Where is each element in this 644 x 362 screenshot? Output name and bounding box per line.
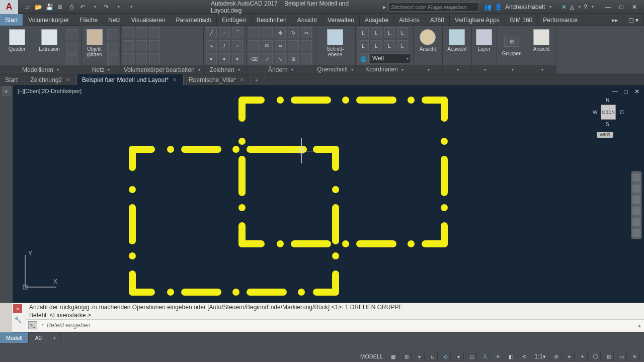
redo-drop-icon[interactable]: ▾ (115, 3, 123, 11)
command-expand-icon[interactable]: ▴ (638, 322, 641, 329)
command-input[interactable] (47, 322, 635, 329)
vp-menu-icon[interactable]: ≡ (2, 86, 11, 96)
mod-tool-icon[interactable] (301, 53, 312, 64)
undo-drop-icon[interactable]: ▾ (91, 3, 99, 11)
ucs-tool-icon[interactable]: L (397, 40, 408, 51)
new-icon[interactable]: ▱ (23, 3, 31, 11)
app-logo[interactable]: A (0, 0, 18, 14)
tab-bim360[interactable]: BIM 360 (505, 14, 538, 26)
auswahl-button[interactable]: Auswahl (445, 27, 468, 65)
status-clean-icon[interactable]: ▭ (617, 352, 627, 361)
netz-tool-2-icon[interactable] (107, 42, 118, 53)
tab-volumenkoerper[interactable]: Volumenkörper (23, 14, 74, 26)
command-close-icon[interactable]: × (13, 304, 22, 313)
command-settings-icon[interactable]: 🔧 (13, 315, 22, 324)
user-drop-icon[interactable]: ▾ (549, 5, 551, 9)
nav-showmotion-icon[interactable] (632, 218, 640, 226)
trim-icon[interactable]: ✂ (301, 27, 312, 38)
drawing-tab-beispiel[interactable]: Beispiel fuer Modell und Layout*× (77, 74, 184, 85)
tab-collapse-icon[interactable]: ▢ ▾ (623, 14, 644, 26)
status-menu-icon[interactable]: ≡ (630, 352, 640, 361)
array-icon[interactable]: ⊞ (288, 53, 299, 64)
mod-tool-icon[interactable] (249, 27, 260, 38)
ucs-tool-icon[interactable]: L (358, 40, 369, 51)
vk-tool-icon[interactable] (136, 27, 147, 38)
tab-more-icon[interactable]: ▸▸ (607, 14, 623, 26)
nav-pan-icon[interactable] (632, 185, 640, 193)
vk-tool-icon[interactable] (123, 40, 134, 51)
tab-visualisieren[interactable]: Visualisieren (126, 14, 171, 26)
mod-tool-icon[interactable] (262, 27, 273, 38)
ansicht-button[interactable]: Ansicht (416, 27, 439, 65)
redo-icon[interactable]: ↷ (102, 3, 110, 11)
extrusion-button[interactable]: Extrusion (34, 27, 64, 65)
status-ws-icon[interactable]: ⊞ (604, 352, 614, 361)
tab-a360[interactable]: A360 (425, 14, 450, 26)
quader-button[interactable]: Quader (2, 27, 32, 65)
tab-addins[interactable]: Add-ins (394, 14, 425, 26)
status-model-button[interactable]: MODELL (358, 352, 385, 361)
user-area[interactable]: 👥 👤 AndreasHabelt ▾ (479, 4, 556, 11)
viewport-label[interactable]: [–][Oben][2D-Drahtkörper] (16, 87, 83, 95)
netz-tool-1-icon[interactable] (107, 29, 118, 40)
nav-orbit-icon[interactable] (632, 207, 640, 215)
viewcube-face[interactable]: OBEN (601, 105, 616, 120)
minimize-button[interactable]: — (604, 3, 613, 12)
drawing-tab-zeichnung2[interactable]: Zeichnung2× (25, 74, 77, 85)
undo-icon[interactable]: ↶ (78, 3, 87, 11)
spline-icon[interactable]: ∿ (206, 40, 217, 51)
tab-netz[interactable]: Netz (103, 14, 126, 26)
qat-more-icon[interactable]: ▾ (127, 3, 135, 11)
command-prompt-icon[interactable]: >_ (28, 321, 37, 329)
vk-tool-icon[interactable] (123, 27, 134, 38)
status-osnap-icon[interactable]: ◻ (467, 352, 477, 361)
circle-icon[interactable]: ○ (232, 40, 243, 51)
share-icon[interactable]: 👥 (484, 4, 492, 11)
tab-flaeche[interactable]: Fläche (74, 14, 103, 26)
tab-apps[interactable]: Verfügbare Apps (450, 14, 505, 26)
draw-tool-icon[interactable]: ▾ (206, 53, 217, 64)
tab-verwalten[interactable]: Verwalten (323, 14, 360, 26)
vk-tool-icon[interactable] (149, 53, 160, 64)
copy-icon[interactable]: ⧉ (262, 40, 273, 51)
maximize-button[interactable]: □ (617, 3, 626, 12)
viewcube-wks[interactable]: WKS (597, 132, 613, 138)
ucs-combo[interactable]: Welt▾ (370, 53, 411, 63)
a360-icon[interactable]: ◬ (570, 4, 574, 11)
search-go-icon[interactable]: ▸ (380, 3, 388, 11)
polyline-icon[interactable]: ⟋ (219, 27, 230, 38)
mod-tool-icon[interactable] (301, 40, 312, 51)
model-tool-1-icon[interactable] (66, 29, 77, 40)
status-add-icon[interactable]: + (578, 352, 588, 361)
ucs-tool-icon[interactable]: L (384, 27, 395, 38)
command-recent-icon[interactable]: ▾ (42, 323, 44, 327)
status-monitor-icon[interactable]: 🖵 (591, 352, 601, 361)
model-tool-3-icon[interactable] (66, 54, 77, 65)
help-icon[interactable]: ? (584, 4, 587, 11)
new-layout-button[interactable]: + (48, 332, 61, 343)
viewport-canvas[interactable]: [–][Oben][2D-Drahtkörper] — □ ✕ (13, 85, 644, 303)
status-snap-icon[interactable]: ⊞ (401, 352, 412, 361)
layout-tab-a0[interactable]: A0 (29, 332, 48, 343)
tab-parametrisch[interactable]: Parametrisch (171, 14, 217, 26)
stretch-icon[interactable]: ⤢ (262, 53, 273, 64)
status-grid-icon[interactable]: ▦ (388, 352, 398, 361)
close-icon[interactable]: × (66, 76, 69, 83)
status-annoscale-icon[interactable]: 人 (480, 352, 490, 361)
viewcube[interactable]: N S W O OBEN WKS (590, 93, 627, 138)
saveas-icon[interactable]: 🗎 (56, 3, 64, 11)
erase-icon[interactable]: ⌫ (249, 53, 260, 64)
nav-steering-icon[interactable] (632, 173, 640, 182)
tab-performance[interactable]: Performance (538, 14, 583, 26)
open-icon[interactable]: 📂 (34, 3, 42, 11)
drawing-tab-start[interactable]: Start (0, 74, 25, 85)
move-icon[interactable]: ✥ (275, 27, 286, 38)
line2-icon[interactable]: / (219, 40, 230, 51)
tab-start[interactable]: Start (0, 14, 23, 26)
vk-tool-icon[interactable] (136, 53, 147, 64)
close-icon[interactable]: × (240, 76, 244, 83)
ucs-tool-icon[interactable]: L (397, 27, 408, 38)
status-drop-icon[interactable]: ▾ (415, 352, 425, 361)
close-button[interactable]: ✕ (630, 3, 639, 12)
arc-icon[interactable]: ⌒ (232, 27, 243, 38)
